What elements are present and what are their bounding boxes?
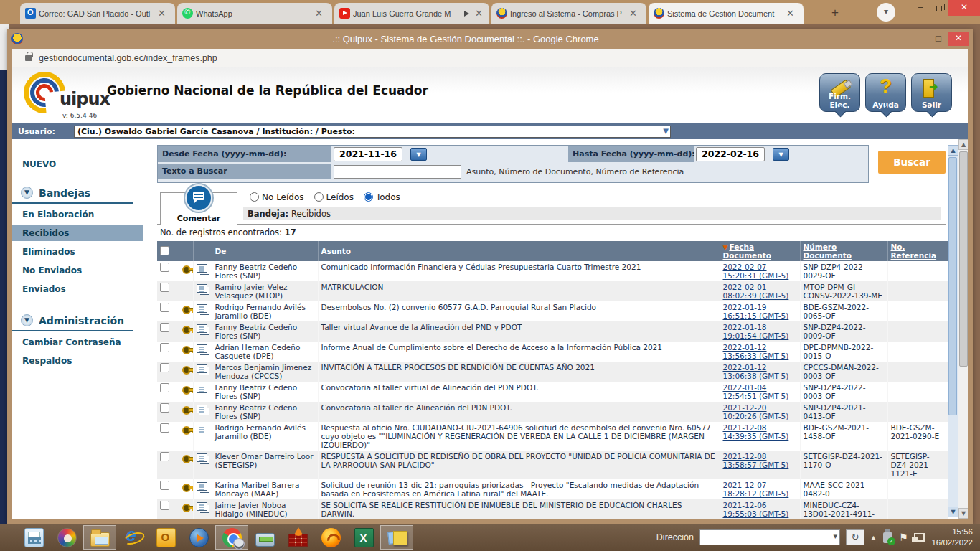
header-button-ayuda[interactable]: Ayuda [865,73,906,112]
new-tab-button[interactable]: + [825,6,845,22]
address-bar[interactable]: gestiondocumental.gob.ec/index_frames.ph… [12,49,968,67]
window-close-button[interactable]: ✕ [948,32,969,46]
sidebar-item-en-elaboración[interactable]: En Elaboración [12,207,149,222]
browser-tab[interactable]: Ingreso al Sistema - Compras P✕ [491,3,646,24]
date-link[interactable]: 2022-01-18 19:01:54 (GMT-5) [723,323,789,340]
row-checkbox[interactable] [160,452,169,461]
browser-tab[interactable]: Juan Luis Guerra Grande M✕ [334,3,489,24]
window-title-bar[interactable]: .:: Quipux - Sistema de Gestión Document… [7,29,973,49]
document-stack-icon[interactable] [197,482,207,491]
taskbar-button-scanner[interactable] [248,525,281,550]
taskbar-button-paint[interactable] [50,525,83,550]
document-stack-icon[interactable] [197,304,207,313]
tray-expand-icon[interactable]: ▲ [870,534,877,541]
sidebar-item-nuevo[interactable]: NUEVO [22,159,149,169]
from-date-field[interactable]: 2021-11-16 [334,147,402,161]
taskbar-button-media-player[interactable] [182,525,215,550]
tab-search-chevron-icon[interactable]: ▾ [877,3,895,22]
browser-tab[interactable]: Correo: GAD San Placido - Outl✕ [20,3,175,24]
document-stack-icon[interactable] [197,453,207,462]
row-checkbox[interactable] [160,501,169,510]
action-center-flag-icon[interactable]: ⚑ [899,532,908,543]
select-all-checkbox[interactable] [160,246,169,255]
radio-unselected-icon[interactable] [314,192,324,202]
document-stack-icon[interactable] [197,324,207,333]
scroll-down-icon[interactable]: ▼ [958,508,968,519]
taskbar-button-sticky-notes[interactable] [380,525,413,550]
search-text-input[interactable] [334,165,461,179]
to-date-field[interactable]: 2022-02-16 [696,147,765,161]
document-stack-icon[interactable] [197,364,207,373]
date-link[interactable]: 2021-12-06 19:55:03 (GMT-5) [723,501,789,518]
sidebar-item-eliminados[interactable]: Eliminados [12,244,149,260]
taskbar-button-firefox[interactable] [314,525,347,550]
window-minimize-button[interactable]: – [908,32,928,46]
header-button-salir[interactable]: Salir [911,73,952,112]
browser-tab[interactable]: WhatsApp✕ [177,3,332,24]
window-maximize-button[interactable]: □ [928,32,948,46]
document-stack-icon[interactable] [197,344,207,353]
tab-close-icon[interactable]: ✕ [628,8,639,19]
document-stack-icon[interactable] [197,405,207,413]
scroll-down-icon[interactable]: ▼ [948,507,958,517]
tab-close-icon[interactable]: ✕ [785,8,796,19]
usb-tray-icon[interactable] [883,532,892,543]
document-stack-icon[interactable] [197,264,207,273]
restore-button[interactable] [930,0,948,16]
row-checkbox[interactable] [160,283,169,292]
column-header-referencia[interactable]: No. Referencia [887,241,948,261]
sidebar-section-header[interactable]: ▼Administración [12,313,133,331]
scroll-up-icon[interactable]: ▲ [958,139,968,150]
sidebar-item-recibidos[interactable]: Recibidos [12,225,143,241]
radio-unselected-icon[interactable] [250,192,259,202]
address-toolbar-input[interactable] [699,529,840,545]
sidebar-item-cambiar-contraseña[interactable]: Cambiar Contraseña [12,334,149,350]
date-link[interactable]: 2021-12-08 13:58:57 (GMT-5) [723,452,789,469]
column-header-asunto[interactable]: Asunto [318,241,720,261]
refresh-icon[interactable]: ↻ [846,529,864,545]
date-link[interactable]: 2021-12-07 18:28:12 (GMT-5) [723,481,789,498]
scroll-up-icon[interactable]: ▲ [948,145,958,156]
minimize-button[interactable]: – [911,0,930,16]
close-button[interactable]: ✕ [948,0,980,16]
comentar-button[interactable]: Comentar [160,192,237,225]
tab-close-icon[interactable]: ✕ [473,8,484,19]
scrollbar-thumb[interactable] [948,157,957,415]
scrollbar-thumb[interactable] [959,151,968,367]
column-header-numero[interactable]: Número Documento [800,241,887,261]
page-scrollbar[interactable]: ▲ ▼ [958,139,968,519]
user-select[interactable]: (Ciu.) Oswaldo Gabriel García Casanova /… [74,126,671,138]
date-link[interactable]: 2021-12-08 14:39:35 (GMT-5) [723,423,789,441]
sidebar-item-no-enviados[interactable]: No Enviados [12,263,149,278]
row-checkbox[interactable] [160,363,169,372]
buscar-button[interactable]: Buscar [878,151,946,174]
to-date-calendar-button[interactable]: ▼ [773,148,789,161]
row-checkbox[interactable] [160,383,169,392]
radio-option[interactable]: Todos [364,192,400,202]
tab-close-icon[interactable]: ✕ [314,8,324,19]
radio-option[interactable]: No Leídos [250,192,304,202]
document-stack-icon[interactable] [197,284,207,293]
document-stack-icon[interactable] [197,425,207,433]
taskbar-button-internet-explorer[interactable] [116,525,149,550]
taskbar-button-firewall[interactable] [281,525,314,550]
row-checkbox[interactable] [160,303,169,312]
date-link[interactable]: 2022-01-04 12:54:51 (GMT-5) [723,383,789,400]
inner-scrollbar[interactable]: ▲ ▼ [948,145,958,517]
taskbar-button-calculator[interactable] [17,525,50,550]
network-tray-icon[interactable] [914,533,925,542]
row-checkbox[interactable] [160,403,169,413]
padlock-icon[interactable] [25,55,32,61]
sidebar-item-enviados[interactable]: Enviados [12,281,149,297]
column-header-fecha[interactable]: ▼Fecha Documento [720,241,800,261]
date-link[interactable]: 2022-01-19 16:51:15 (GMT-5) [723,303,789,320]
row-checkbox[interactable] [160,263,169,272]
page-url[interactable]: gestiondocumental.gob.ec/index_frames.ph… [39,53,217,63]
taskbar-button-file-explorer[interactable] [83,525,116,550]
row-checkbox[interactable] [160,343,169,352]
radio-option[interactable]: Leídos [314,192,354,202]
date-link[interactable]: 2022-02-07 15:20:31 (GMT-5) [723,263,789,280]
row-checkbox[interactable] [160,323,169,332]
date-link[interactable]: 2022-01-12 13:06:38 (GMT-5) [723,363,789,380]
sidebar-item-respaldos[interactable]: Respaldos [12,353,149,369]
